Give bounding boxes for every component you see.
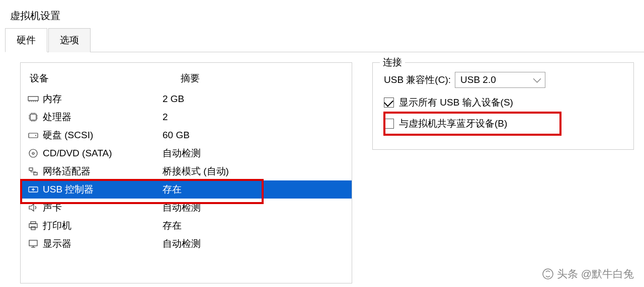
show-all-usb-checkbox[interactable]: 显示所有 USB 输入设备(S) (384, 95, 622, 110)
sound-icon (27, 202, 40, 213)
usb-compat-value: USB 2.0 (460, 74, 496, 85)
connection-legend: 连接 (380, 56, 405, 69)
device-label: 处理器 (43, 111, 71, 124)
cd-icon (27, 148, 40, 159)
connection-panel: 连接 USB 兼容性(C): USB 2.0 显示所有 USB 输入设备(S) … (372, 62, 634, 283)
tab-options[interactable]: 选项 (48, 28, 91, 52)
column-header-summary[interactable]: 摘要 (181, 72, 343, 85)
device-list-header: 设备 摘要 (21, 69, 352, 90)
device-label: USB 控制器 (43, 183, 94, 196)
watermark-icon (542, 268, 554, 280)
device-summary: 2 (163, 112, 346, 123)
column-header-device[interactable]: 设备 (30, 72, 181, 85)
device-label: 显示器 (43, 237, 71, 250)
checkbox-unchecked-icon (384, 119, 394, 129)
svg-rect-6 (30, 114, 36, 120)
device-summary: 存在 (163, 219, 346, 232)
device-label: 声卡 (43, 201, 62, 214)
device-summary: 桥接模式 (自动) (163, 165, 346, 178)
tab-hardware[interactable]: 硬件 (5, 28, 47, 52)
svg-rect-0 (28, 97, 38, 101)
svg-rect-29 (29, 240, 37, 246)
usb-icon (27, 184, 40, 195)
device-summary: 自动检测 (163, 237, 346, 250)
device-summary: 2 GB (163, 93, 346, 105)
device-label: 内存 (43, 92, 62, 106)
device-label: 网络适配器 (43, 165, 91, 178)
svg-rect-26 (31, 222, 36, 224)
svg-rect-28 (31, 227, 35, 230)
svg-rect-24 (34, 172, 37, 175)
device-row-network[interactable]: 网络适配器 桥接模式 (自动) (21, 162, 352, 180)
device-list-panel: 设备 摘要 内存 2 GB 处理器 2 (20, 62, 352, 283)
svg-point-22 (32, 152, 34, 154)
show-all-usb-label: 显示所有 USB 输入设备(S) (399, 96, 513, 109)
share-bluetooth-label: 与虚拟机共享蓝牙设备(B) (399, 117, 507, 130)
printer-icon (27, 220, 40, 231)
device-row-usb[interactable]: USB 控制器 存在 (21, 180, 352, 199)
disk-icon (27, 130, 40, 141)
watermark: 头条 @默牛白兔 (542, 267, 634, 281)
device-label: 硬盘 (SCSI) (43, 129, 93, 142)
tab-bar: 硬件 选项 (5, 28, 644, 52)
device-row-printer[interactable]: 打印机 存在 (21, 217, 352, 235)
cpu-icon (27, 112, 40, 123)
device-row-disk[interactable]: 硬盘 (SCSI) 60 GB (21, 126, 352, 144)
device-summary: 60 GB (163, 130, 346, 141)
device-row-memory[interactable]: 内存 2 GB (21, 90, 352, 108)
device-summary: 自动检测 (163, 201, 346, 214)
device-label: 打印机 (43, 219, 71, 232)
display-icon (27, 238, 40, 249)
memory-icon (27, 93, 40, 105)
device-row-display[interactable]: 显示器 自动检测 (21, 235, 352, 253)
usb-compat-select[interactable]: USB 2.0 (455, 72, 545, 88)
usb-compat-label: USB 兼容性(C): (384, 73, 451, 86)
device-row-sound[interactable]: 声卡 自动检测 (21, 199, 352, 217)
device-row-cd[interactable]: CD/DVD (SATA) 自动检测 (21, 144, 352, 162)
svg-rect-23 (29, 168, 33, 170)
svg-point-21 (29, 149, 37, 157)
svg-rect-19 (29, 133, 38, 138)
window-title: 虚拟机设置 (0, 0, 644, 28)
network-icon (27, 166, 40, 177)
device-summary: 自动检测 (163, 147, 346, 160)
svg-point-32 (543, 269, 553, 279)
watermark-text: 头条 @默牛白兔 (557, 267, 634, 281)
device-row-cpu[interactable]: 处理器 2 (21, 108, 352, 126)
device-summary: 存在 (163, 183, 346, 196)
device-label: CD/DVD (SATA) (43, 148, 112, 159)
share-bluetooth-checkbox[interactable]: 与虚拟机共享蓝牙设备(B) (384, 116, 622, 131)
svg-rect-27 (29, 224, 37, 228)
svg-point-20 (35, 135, 36, 136)
checkbox-checked-icon (384, 98, 394, 108)
